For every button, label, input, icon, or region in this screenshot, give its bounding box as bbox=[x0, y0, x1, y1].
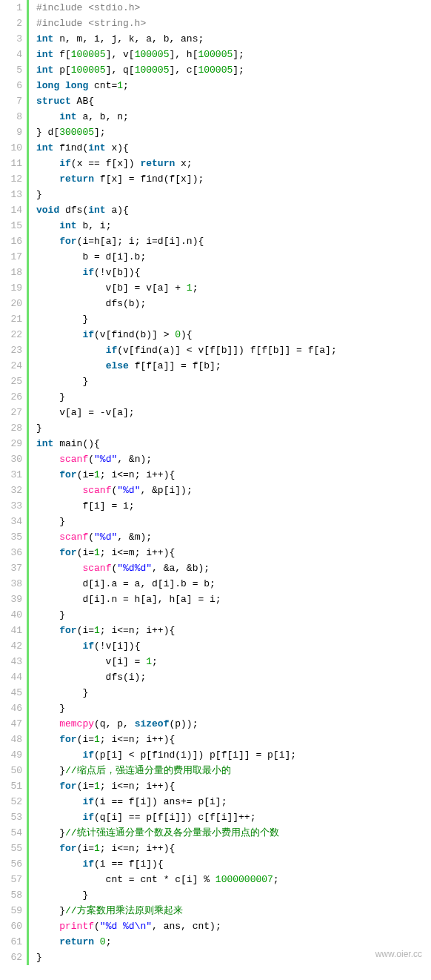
token-kw: if bbox=[82, 640, 94, 652]
token-str: "%d%d" bbox=[117, 563, 152, 574]
code-line: int f[100005], v[100005], h[100005]; bbox=[36, 47, 431, 62]
token-id: AB{ bbox=[71, 96, 94, 107]
code-line: v[i] = 1; bbox=[36, 654, 431, 669]
line-number: 55 bbox=[0, 841, 22, 856]
line-number: 43 bbox=[0, 654, 22, 669]
token-num: 1 bbox=[94, 625, 100, 636]
token-id: main(){ bbox=[53, 438, 99, 449]
token-id bbox=[36, 749, 82, 761]
line-number: 51 bbox=[0, 778, 22, 794]
token-str: "%d" bbox=[117, 485, 140, 496]
token-id: cnt= bbox=[88, 80, 117, 91]
code-line: if(v[find(a)] < v[f[b]]) f[f[b]] = f[a]; bbox=[36, 342, 431, 358]
token-id: (!v[b]){ bbox=[94, 267, 140, 278]
token-kw: long bbox=[65, 80, 88, 91]
token-id: ]; bbox=[233, 49, 244, 60]
code-line: v[b] = v[a] + 1; bbox=[36, 280, 431, 296]
token-id: ]; bbox=[94, 127, 106, 138]
token-id: ( bbox=[94, 921, 100, 932]
token-id: (!v[i]){ bbox=[94, 640, 140, 652]
token-kw: for bbox=[59, 236, 76, 247]
token-id: } bbox=[36, 314, 88, 325]
code-line: v[a] = -v[a]; bbox=[36, 405, 431, 420]
token-kw: sizeof bbox=[135, 718, 170, 729]
token-id: } bbox=[36, 516, 65, 527]
token-kw: long bbox=[36, 80, 59, 91]
token-id: ; i<=n; i++){ bbox=[100, 734, 175, 745]
code-line: }//缩点后，强连通分量的费用取最小的 bbox=[36, 763, 431, 778]
token-kw: int bbox=[88, 142, 105, 153]
token-id: f[i] = i; bbox=[36, 500, 135, 511]
token-id: , &p[i]); bbox=[140, 485, 192, 496]
token-id: f[x] = find(f[x]); bbox=[94, 173, 204, 185]
token-id: (x == f[x]) bbox=[71, 158, 141, 169]
token-id: } bbox=[36, 391, 65, 403]
code-line: }//方案数用乘法原则乘起来 bbox=[36, 903, 431, 918]
code-line: memcpy(q, p, sizeof(p)); bbox=[36, 716, 431, 732]
token-id bbox=[36, 360, 106, 371]
code-line: if(!v[i]){ bbox=[36, 638, 431, 654]
token-kw: for bbox=[59, 781, 76, 792]
token-kw: int bbox=[59, 111, 76, 122]
token-id bbox=[36, 734, 59, 745]
code-line: #include <stdio.h> bbox=[36, 0, 431, 16]
token-kw: if bbox=[82, 812, 94, 823]
line-number: 37 bbox=[0, 560, 22, 576]
token-id: ; i<=m; i++){ bbox=[100, 547, 175, 558]
token-id bbox=[36, 220, 59, 231]
token-id: , ans, cnt); bbox=[152, 921, 221, 932]
line-number: 16 bbox=[0, 234, 22, 249]
token-id: ( bbox=[88, 454, 94, 465]
token-num: 100005 bbox=[135, 64, 170, 76]
token-id: (i == f[i]) ans+= p[i]; bbox=[94, 796, 227, 807]
token-id: cnt = cnt * c[i] % bbox=[36, 874, 216, 885]
code-line: scanf("%d", &n); bbox=[36, 451, 431, 467]
line-number: 28 bbox=[0, 420, 22, 436]
token-id: } bbox=[36, 765, 65, 776]
code-line: int p[100005], q[100005], c[100005]; bbox=[36, 62, 431, 78]
line-number: 15 bbox=[0, 218, 22, 234]
token-id bbox=[94, 936, 100, 947]
token-id: ; i<=n; i++){ bbox=[100, 781, 175, 792]
line-number: 56 bbox=[0, 856, 22, 872]
token-id: } bbox=[36, 376, 88, 387]
token-id: a, b, n; bbox=[77, 111, 129, 122]
line-number: 44 bbox=[0, 669, 22, 685]
line-number: 25 bbox=[0, 374, 22, 389]
line-number: 34 bbox=[0, 514, 22, 529]
token-kw: else bbox=[106, 360, 129, 371]
token-id bbox=[59, 80, 65, 91]
token-id: (p[i] < p[find(i)]) p[f[i]] = p[i]; bbox=[94, 749, 296, 761]
token-id: , &m); bbox=[117, 532, 152, 543]
token-id bbox=[36, 547, 59, 558]
code-line: d[i].a = a, d[i].b = b; bbox=[36, 576, 431, 592]
code-line: if(q[i] == p[f[i]]) c[f[i]]++; bbox=[36, 810, 431, 825]
token-kw: if bbox=[82, 329, 94, 340]
code-block: 1234567891011121314151617181920212223242… bbox=[0, 0, 431, 965]
token-id: ; bbox=[273, 874, 279, 885]
token-id: ]; bbox=[233, 64, 244, 76]
token-kw: for bbox=[59, 734, 76, 745]
token-id: (i=h[a]; i; i=d[i].n){ bbox=[77, 236, 204, 247]
line-number: 19 bbox=[0, 280, 22, 296]
token-num: 1 bbox=[146, 656, 152, 667]
line-number: 39 bbox=[0, 592, 22, 607]
token-kw: return bbox=[140, 158, 175, 169]
line-number: 61 bbox=[0, 934, 22, 950]
token-id: dfs(b); bbox=[36, 298, 146, 309]
token-kw: for bbox=[59, 625, 76, 636]
token-id: ; i<=n; i++){ bbox=[100, 469, 175, 480]
code-line: } bbox=[36, 514, 431, 529]
line-number: 12 bbox=[0, 171, 22, 187]
token-id: ; i<=n; i++){ bbox=[100, 625, 175, 636]
token-kw: int bbox=[36, 438, 53, 449]
code-line: } bbox=[36, 311, 431, 327]
token-id: } bbox=[36, 905, 65, 916]
line-number: 8 bbox=[0, 109, 22, 125]
code-line: d[i].n = h[a], h[a] = i; bbox=[36, 592, 431, 607]
token-id: v[i] = bbox=[36, 656, 146, 667]
token-str: "%d" bbox=[94, 532, 117, 543]
code-line: printf("%d %d\n", ans, cnt); bbox=[36, 918, 431, 934]
code-line: } bbox=[36, 187, 431, 202]
token-id bbox=[36, 640, 82, 652]
